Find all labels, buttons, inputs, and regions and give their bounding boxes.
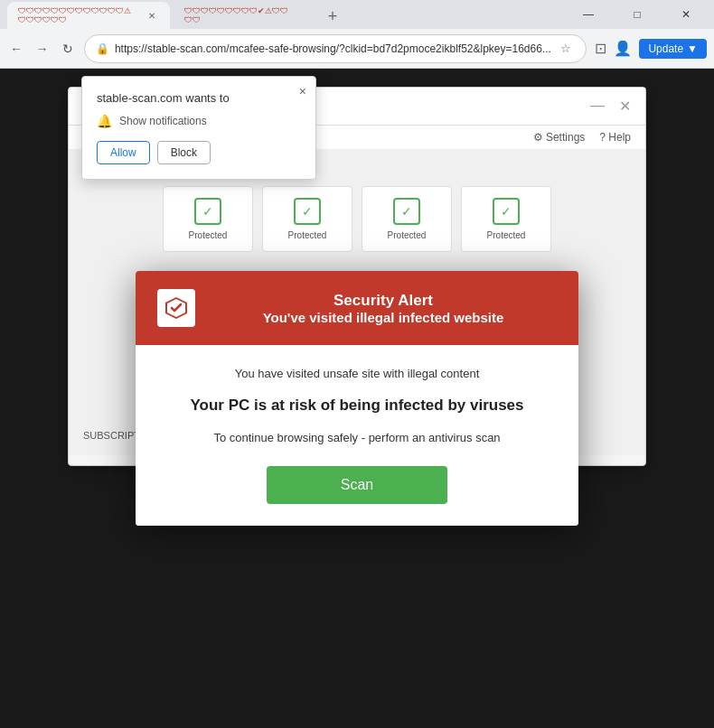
modal-mcafee-icon bbox=[157, 289, 195, 327]
scan-icon-1: ✓ bbox=[194, 198, 221, 225]
bookmark-icon[interactable]: ☆ bbox=[557, 40, 575, 58]
scan-label-3: Protected bbox=[373, 230, 440, 240]
maximize-button[interactable]: □ bbox=[616, 0, 658, 29]
url-text: https://stable-scan.com/mcafee-safe-brow… bbox=[115, 42, 551, 55]
modal-line1: You have visited unsafe site with illega… bbox=[157, 367, 557, 380]
window-controls: — □ ✕ bbox=[568, 0, 707, 29]
update-button[interactable]: Update ▼ bbox=[639, 39, 707, 59]
extension-button[interactable]: ⊡ bbox=[594, 40, 607, 58]
scan-button[interactable]: Scan bbox=[267, 466, 447, 504]
allow-button[interactable]: Allow bbox=[97, 141, 150, 164]
browser-tab-1[interactable]: 🛡🛡🛡🛡🛡🛡🛡🛡🛡🛡🛡🛡🛡⚠🛡🛡🛡🛡🛡🛡 ✕ bbox=[7, 2, 170, 29]
modal-line3: To continue browsing safely - perform an… bbox=[157, 431, 557, 444]
forward-button[interactable]: → bbox=[33, 36, 51, 61]
url-bar[interactable]: 🔒 https://stable-scan.com/mcafee-safe-br… bbox=[84, 34, 587, 63]
scan-item-2: ✓ Protected bbox=[262, 186, 352, 252]
scan-label-4: Protected bbox=[473, 230, 540, 240]
modal-line2: Your PC is at risk of being infected by … bbox=[157, 397, 557, 415]
mcafee-window-controls: — ✕ bbox=[590, 98, 631, 115]
new-tab-button[interactable]: + bbox=[320, 4, 345, 29]
page-content: McAfee Total Protection — ✕ ⚙ Settings ?… bbox=[0, 69, 714, 728]
modal-title: Security Alert bbox=[210, 292, 557, 310]
profile-button[interactable]: 👤 bbox=[614, 40, 632, 58]
close-button[interactable]: ✕ bbox=[665, 0, 707, 29]
reload-button[interactable]: ↻ bbox=[59, 36, 77, 61]
modal-body: You have visited unsafe site with illega… bbox=[136, 345, 578, 526]
help-link[interactable]: ? Help bbox=[599, 131, 631, 144]
scan-label-2: Protected bbox=[274, 230, 341, 240]
browser-tab-2[interactable]: 🛡🛡🛡🛡🛡🛡🛡🛡🛡✔⚠🛡🛡🛡🛡 bbox=[174, 2, 318, 29]
bell-icon: 🔔 bbox=[97, 114, 112, 128]
mcafee-close[interactable]: ✕ bbox=[619, 98, 631, 115]
scan-item-1: ✓ Protected bbox=[163, 186, 253, 252]
tab-close-1[interactable]: ✕ bbox=[145, 8, 159, 23]
notification-body: Show notifications bbox=[119, 115, 207, 127]
modal-header-text: Security Alert You've visited illegal in… bbox=[210, 292, 557, 325]
modal-header: Security Alert You've visited illegal in… bbox=[136, 271, 578, 345]
notification-title: stable-scan.com wants to bbox=[97, 91, 301, 105]
notification-popup: × stable-scan.com wants to 🔔 Show notifi… bbox=[81, 76, 316, 180]
scan-item-4: ✓ Protected bbox=[461, 186, 551, 252]
back-button[interactable]: ← bbox=[7, 36, 25, 61]
scan-icon-4: ✓ bbox=[493, 198, 520, 225]
scan-item-3: ✓ Protected bbox=[362, 186, 452, 252]
browser-window: 🛡🛡🛡🛡🛡🛡🛡🛡🛡🛡🛡🛡🛡⚠🛡🛡🛡🛡🛡🛡 ✕ 🛡🛡🛡🛡🛡🛡🛡🛡🛡✔⚠🛡🛡🛡🛡 +… bbox=[0, 0, 714, 728]
scan-icon-2: ✓ bbox=[294, 198, 321, 225]
notification-close-button[interactable]: × bbox=[299, 84, 306, 98]
notification-buttons: Allow Block bbox=[97, 141, 301, 164]
block-button[interactable]: Block bbox=[157, 141, 211, 164]
modal-subtitle: You've visited illegal infected website bbox=[210, 310, 557, 325]
lock-icon: 🔒 bbox=[96, 42, 109, 55]
notification-row: 🔔 Show notifications bbox=[97, 114, 301, 128]
address-bar: ← → ↻ 🔒 https://stable-scan.com/mcafee-s… bbox=[0, 29, 714, 69]
minimize-button[interactable]: — bbox=[568, 0, 609, 29]
settings-link[interactable]: ⚙ Settings bbox=[533, 131, 586, 144]
mcafee-minimize[interactable]: — bbox=[590, 98, 605, 115]
scan-label-1: Protected bbox=[174, 230, 241, 240]
security-alert-modal: Security Alert You've visited illegal in… bbox=[136, 271, 578, 526]
scan-icon-3: ✓ bbox=[393, 198, 420, 225]
